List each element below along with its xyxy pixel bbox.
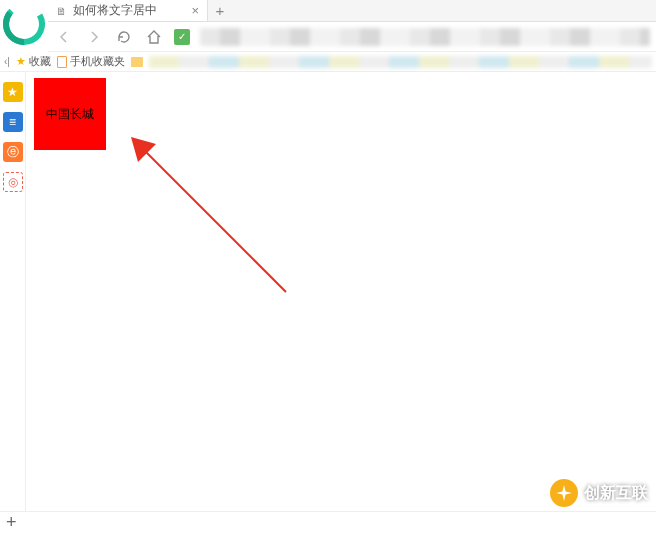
sidebar-capture-button[interactable]: ◎ xyxy=(3,172,23,192)
new-tab-button[interactable]: + xyxy=(208,0,232,21)
document-icon: 🗎 xyxy=(56,5,67,17)
watermark: 创新互联 xyxy=(550,479,648,507)
bookmark-overflow xyxy=(149,56,652,68)
svg-marker-3 xyxy=(131,137,156,162)
page-content: 中国长城 xyxy=(26,72,656,511)
tab-active[interactable]: 🗎 如何将文字居中 × xyxy=(48,0,208,21)
close-icon[interactable]: × xyxy=(191,3,199,18)
watermark-logo-icon xyxy=(550,479,578,507)
bookmark-bar: ‹| ★收藏 手机收藏夹 xyxy=(0,52,656,72)
bookmark-label: 手机收藏夹 xyxy=(70,54,125,69)
demo-red-box: 中国长城 xyxy=(34,78,106,150)
folder-icon[interactable] xyxy=(131,57,143,67)
shield-icon[interactable]: ✓ xyxy=(174,29,190,45)
tab-bar: 🗎 如何将文字居中 × + xyxy=(48,0,656,22)
back-button[interactable] xyxy=(54,27,74,47)
sidebar-news-button[interactable]: ≡ xyxy=(3,112,23,132)
bookmark-mobile[interactable]: 手机收藏夹 xyxy=(57,54,125,69)
status-bar: + xyxy=(0,511,656,533)
annotation-arrow xyxy=(126,132,296,302)
forward-button[interactable] xyxy=(84,27,104,47)
star-icon: ★ xyxy=(16,55,26,68)
sidebar-weibo-button[interactable]: ⓔ xyxy=(3,142,23,162)
watermark-text: 创新互联 xyxy=(584,483,648,504)
tab-title: 如何将文字居中 xyxy=(73,2,185,19)
sidebar-favorites-button[interactable]: ★ xyxy=(3,82,23,102)
reload-button[interactable] xyxy=(114,27,134,47)
nav-bar: ✓ xyxy=(48,22,656,52)
browser-logo xyxy=(0,0,48,48)
add-panel-button[interactable]: + xyxy=(6,512,17,533)
collapse-sidebar-icon[interactable]: ‹| xyxy=(4,56,10,67)
home-button[interactable] xyxy=(144,27,164,47)
address-bar[interactable] xyxy=(200,28,650,46)
svg-line-2 xyxy=(141,147,286,292)
bookmark-favorites[interactable]: ★收藏 xyxy=(16,54,51,69)
bookmark-label: 收藏 xyxy=(29,54,51,69)
demo-box-text: 中国长城 xyxy=(46,106,94,123)
side-panel: ★ ≡ ⓔ ◎ xyxy=(0,72,26,511)
phone-icon xyxy=(57,56,67,68)
